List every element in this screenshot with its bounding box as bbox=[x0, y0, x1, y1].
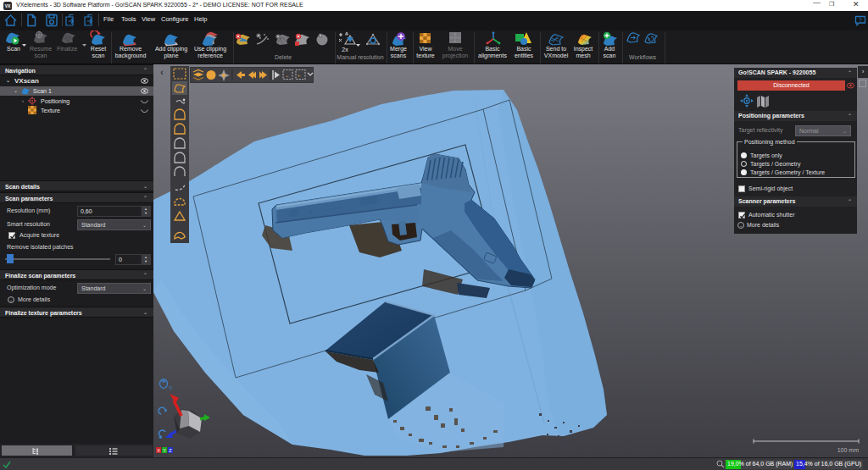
svg-text:Y: Y bbox=[163, 448, 166, 453]
svg-text:?: ? bbox=[169, 385, 172, 391]
svg-text:?: ? bbox=[859, 17, 862, 23]
svg-text:+: + bbox=[298, 73, 300, 78]
svg-text:X: X bbox=[157, 448, 160, 453]
svg-text:100 mm: 100 mm bbox=[837, 447, 859, 453]
svg-text:↔: ↔ bbox=[285, 73, 289, 78]
